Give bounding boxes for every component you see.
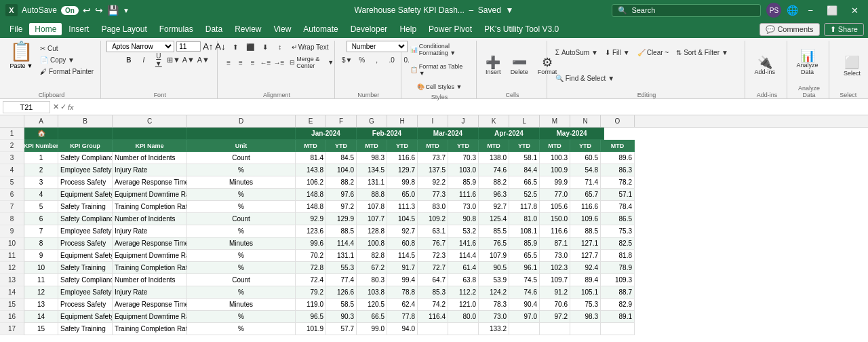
cell-15-9[interactable]: 121.0 (448, 299, 479, 311)
cell-7-9[interactable]: 73.0 (448, 201, 479, 213)
close-button[interactable]: ✕ (847, 5, 863, 16)
cell-11-9[interactable]: 114.4 (448, 250, 479, 262)
cell-9-5[interactable]: 88.5 (326, 225, 357, 238)
cell-15-3[interactable]: Minutes (187, 299, 296, 311)
cell-11-8[interactable]: 72.3 (418, 250, 448, 262)
cell-4-1[interactable]: Employee Safety (58, 164, 113, 176)
cell-16-9[interactable]: 80.0 (448, 311, 479, 323)
cell-14-5[interactable]: 126.6 (326, 286, 357, 299)
cell-c1[interactable] (113, 128, 187, 140)
cell-l2[interactable]: YTD (509, 140, 540, 152)
cell-16-14[interactable]: 89.1 (601, 311, 635, 323)
cell-11-7[interactable]: 114.5 (387, 250, 418, 262)
fill-button[interactable]: ⬇ Fill ▼ (602, 48, 633, 58)
cell-11-2[interactable]: Equipment Downtime Rate (113, 250, 187, 262)
cell-gh1[interactable]: Feb-2024 (357, 128, 418, 140)
sort-filter-button[interactable]: ⇅ Sort & Filter ▼ (673, 48, 731, 58)
cell-7-2[interactable]: Training Completion Rate (113, 201, 187, 213)
col-header-k[interactable]: K (479, 115, 509, 127)
cell-7-7[interactable]: 111.3 (387, 201, 418, 213)
cell-11-5[interactable]: 131.1 (326, 250, 357, 262)
cell-15-12[interactable]: 70.6 (540, 299, 570, 311)
cell-3-6[interactable]: 98.3 (357, 152, 387, 164)
cell-15-0[interactable]: 13 (24, 299, 58, 311)
cell-16-12[interactable]: 97.2 (540, 311, 570, 323)
merge-center-button[interactable]: ⊟ Merge & Center ▼ (286, 54, 337, 71)
cell-17-12[interactable] (540, 323, 570, 335)
conditional-formatting-button[interactable]: 📊Conditional Formatting ▼ (407, 41, 472, 58)
cell-4-5[interactable]: 104.0 (326, 164, 357, 176)
cell-6-13[interactable]: 65.7 (570, 189, 601, 201)
cell-15-10[interactable]: 78.3 (479, 299, 509, 311)
cell-8-4[interactable]: 92.9 (296, 213, 326, 225)
cell-6-10[interactable]: 96.3 (479, 189, 509, 201)
paste-button[interactable]: 📋 (7, 41, 36, 62)
cell-6-8[interactable]: 77.3 (418, 189, 448, 201)
cell-5-2[interactable]: Average Response Time (113, 176, 187, 189)
font-size-input[interactable] (176, 41, 201, 52)
cell-6-11[interactable]: 52.5 (509, 189, 540, 201)
cell-14-9[interactable]: 112.2 (448, 286, 479, 299)
autosum-button[interactable]: Σ AutoSum ▼ (553, 48, 601, 58)
cell-13-9[interactable]: 63.8 (448, 274, 479, 286)
cell-17-0[interactable]: 15 (24, 323, 58, 335)
cell-9-14[interactable]: 75.3 (601, 225, 635, 238)
cell-8-0[interactable]: 6 (24, 213, 58, 225)
cell-4-6[interactable]: 134.5 (357, 164, 387, 176)
cell-7-11[interactable]: 117.8 (509, 201, 540, 213)
cell-12-8[interactable]: 72.7 (418, 262, 448, 274)
cell-8-2[interactable]: Number of Incidents (113, 213, 187, 225)
cell-4-8[interactable]: 137.5 (418, 164, 448, 176)
cell-6-7[interactable]: 65.0 (387, 189, 418, 201)
cell-17-3[interactable]: % (187, 323, 296, 335)
cell-5-5[interactable]: 88.2 (326, 176, 357, 189)
cut-button[interactable]: ✂Cut (37, 43, 96, 54)
cell-4-11[interactable]: 84.4 (509, 164, 540, 176)
col-header-e[interactable]: E (296, 115, 326, 127)
cell-16-10[interactable]: 73.0 (479, 311, 509, 323)
cell-15-14[interactable]: 82.9 (601, 299, 635, 311)
cell-13-7[interactable]: 99.4 (387, 274, 418, 286)
cell-16-4[interactable]: 96.5 (296, 311, 326, 323)
cell-5-14[interactable]: 78.2 (601, 176, 635, 189)
number-format-select[interactable]: Number (347, 41, 408, 52)
menu-file[interactable]: File (4, 23, 28, 35)
cell-11-6[interactable]: 82.8 (357, 250, 387, 262)
cell-16-8[interactable]: 116.4 (418, 311, 448, 323)
cell-5-4[interactable]: 106.2 (296, 176, 326, 189)
cell-8-6[interactable]: 107.7 (357, 213, 387, 225)
cell-14-2[interactable]: Injury Rate (113, 286, 187, 299)
cell-4-10[interactable]: 74.6 (479, 164, 509, 176)
cell-3-13[interactable]: 60.5 (570, 152, 601, 164)
cell-16-0[interactable]: 14 (24, 311, 58, 323)
cell-6-5[interactable]: 97.6 (326, 189, 357, 201)
cell-4-13[interactable]: 54.8 (570, 164, 601, 176)
cell-3-2[interactable]: Number of Incidents (113, 152, 187, 164)
share-button[interactable]: ⬆ Share (824, 23, 864, 36)
cell-16-13[interactable]: 98.3 (570, 311, 601, 323)
cell-13-14[interactable]: 109.3 (601, 274, 635, 286)
cell-12-1[interactable]: Safety Training (58, 262, 113, 274)
cell-10-5[interactable]: 114.4 (326, 238, 357, 250)
cell-7-3[interactable]: % (187, 201, 296, 213)
cell-9-11[interactable]: 108.1 (509, 225, 540, 238)
analyze-data-button[interactable]: 📊 Analyze Data (793, 48, 821, 77)
text-direction-button[interactable]: ↕ (273, 41, 287, 53)
cell-8-8[interactable]: 109.2 (418, 213, 448, 225)
cell-5-8[interactable]: 92.2 (418, 176, 448, 189)
increase-font-button[interactable]: A↑ (203, 41, 213, 52)
cell-17-1[interactable]: Safety Training (58, 323, 113, 335)
menu-pk-utility[interactable]: PK's Utility Tool V3.0 (479, 23, 564, 35)
align-left-button[interactable]: ≡ (223, 56, 234, 69)
align-center-button[interactable]: ≡ (235, 56, 246, 69)
cell-f2[interactable]: YTD (326, 140, 357, 152)
cell-6-14[interactable]: 57.1 (601, 189, 635, 201)
col-header-n[interactable]: N (570, 115, 601, 127)
cell-i2[interactable]: MTD (418, 140, 448, 152)
font-color-button[interactable]: A▼ (197, 54, 210, 66)
cell-12-2[interactable]: Training Completion Rate (113, 262, 187, 274)
comma-button[interactable]: , (370, 54, 384, 66)
cell-4-4[interactable]: 143.8 (296, 164, 326, 176)
cell-5-10[interactable]: 88.2 (479, 176, 509, 189)
cell-d2[interactable]: Unit (187, 140, 296, 152)
